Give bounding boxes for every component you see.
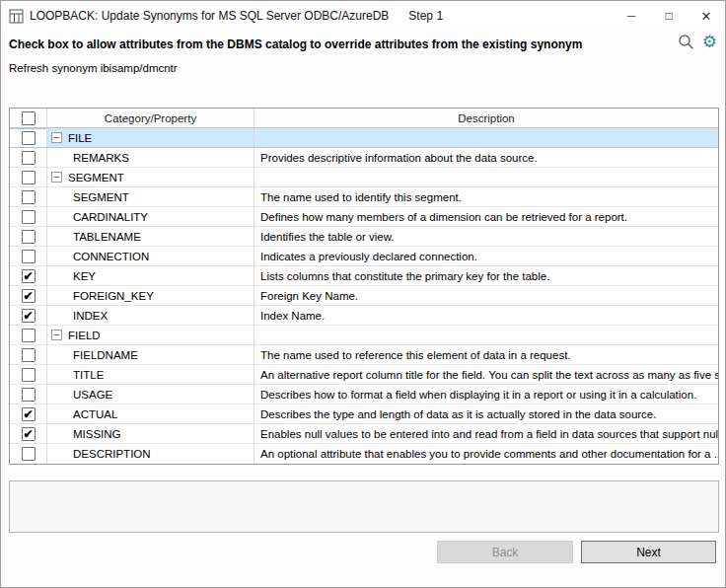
row-label: SEGMENT (68, 172, 124, 184)
row-checkbox[interactable] (22, 230, 36, 244)
checkbox-cell: ✔ (10, 266, 47, 285)
gear-icon[interactable]: ⚙ (702, 34, 717, 50)
category-cell: SEGMENT (47, 187, 254, 206)
search-icon[interactable] (678, 34, 694, 50)
back-button[interactable]: Back (437, 541, 573, 563)
select-all-checkbox[interactable] (22, 111, 36, 125)
table-row[interactable]: REMARKSProvides descriptive information … (10, 148, 718, 168)
row-description: The name used to reference this element … (260, 349, 571, 361)
description-cell: Identifies the table or view. (254, 227, 718, 246)
row-checkbox[interactable] (22, 190, 36, 204)
table-row[interactable]: ✔FOREIGN_KEYForeign Key Name. (10, 286, 718, 306)
details-panel (9, 480, 719, 533)
description-cell: Foreign Key Name. (254, 286, 718, 305)
window-step-label: Step 1 (408, 9, 443, 23)
collapse-icon[interactable]: − (51, 330, 62, 340)
checkbox-cell: ✔ (10, 286, 47, 305)
table-row[interactable]: ✔KEYLists columns that constitute the pr… (10, 266, 718, 286)
table-row[interactable]: USAGEDescribes how to format a field whe… (10, 385, 718, 404)
row-checkbox[interactable]: ✔ (22, 427, 36, 441)
collapse-icon[interactable]: − (51, 172, 62, 183)
description-cell (254, 168, 718, 186)
checkbox-cell (10, 128, 47, 147)
row-label: TITLE (73, 369, 104, 381)
table-row[interactable]: −SEGMENT (10, 168, 718, 187)
row-checkbox[interactable]: ✔ (22, 269, 36, 283)
maximize-button[interactable]: □ (650, 1, 688, 31)
row-checkbox[interactable] (22, 348, 36, 362)
row-label: DESCRIPTION (73, 448, 151, 460)
close-button[interactable]: ✕ (688, 1, 725, 31)
row-label: FIELD (68, 330, 101, 341)
table-row[interactable]: ✔ACTUALDescribes the type and length of … (10, 404, 718, 424)
description-cell: Defines how many members of a dimension … (254, 207, 718, 226)
row-description: Defines how many members of a dimension … (260, 211, 627, 223)
window-controls: ─ □ ✕ (613, 1, 725, 31)
description-cell (254, 326, 718, 344)
header-checkbox-cell (10, 109, 47, 127)
title-bar: LOOPBACK: Update Synonyms for MS SQL Ser… (1, 1, 725, 31)
row-checkbox[interactable] (22, 131, 36, 145)
row-checkbox[interactable] (22, 250, 36, 263)
row-checkbox[interactable]: ✔ (22, 289, 36, 303)
row-description: Index Name. (260, 310, 325, 322)
collapse-icon[interactable]: − (51, 132, 62, 143)
row-checkbox[interactable] (22, 368, 36, 382)
description-cell (254, 128, 718, 147)
row-checkbox[interactable] (22, 329, 36, 342)
category-cell: REMARKS (47, 148, 254, 167)
description-cell: Provides descriptive information about t… (254, 148, 718, 167)
checkbox-cell (10, 207, 47, 226)
checkbox-cell (10, 326, 47, 344)
instruction-text: Check box to allow attributes from the D… (9, 37, 670, 51)
row-checkbox[interactable] (22, 171, 36, 184)
description-cell: Describes how to format a field when dis… (254, 385, 718, 404)
category-cell: FOREIGN_KEY (47, 286, 254, 305)
table-row[interactable]: DESCRIPTIONAn optional attribute that en… (10, 444, 718, 464)
row-checkbox[interactable] (22, 388, 36, 402)
checkbox-cell (10, 148, 47, 167)
row-checkbox[interactable] (22, 447, 36, 461)
row-checkbox[interactable]: ✔ (22, 407, 36, 421)
category-cell: MISSING (47, 424, 254, 443)
table-row[interactable]: SEGMENTThe name used to identify this se… (10, 187, 718, 207)
checkbox-cell (10, 247, 47, 265)
table-row[interactable]: ✔MISSINGEnables null values to be entere… (10, 424, 718, 444)
checkbox-cell (10, 168, 47, 186)
row-description: Describes how to format a field when dis… (260, 389, 696, 401)
refresh-synonym-label: Refresh synonym ibisamp/dmcntr (9, 62, 178, 74)
description-cell: An optional attribute that enables you t… (254, 444, 718, 464)
category-cell: INDEX (47, 306, 254, 325)
table-row[interactable]: TITLEAn alternative report column title … (10, 365, 718, 385)
description-cell: Describes the type and length of data as… (254, 404, 718, 423)
checkbox-cell (10, 365, 47, 384)
checkbox-cell (10, 385, 47, 404)
row-checkbox[interactable]: ✔ (22, 309, 36, 323)
row-description: Indicates a previously declared connecti… (260, 251, 477, 262)
checkbox-cell (10, 227, 47, 246)
table-row[interactable]: CARDINALITYDefines how many members of a… (10, 207, 718, 227)
window-title: LOOPBACK: Update Synonyms for MS SQL Ser… (30, 9, 389, 23)
table-row[interactable]: −FIELD (10, 326, 718, 345)
row-label: ACTUAL (73, 408, 117, 420)
row-checkbox[interactable] (22, 151, 36, 165)
category-cell: ACTUAL (47, 404, 254, 423)
row-description: Identifies the table or view. (260, 231, 395, 243)
row-label: KEY (73, 270, 96, 282)
row-label: CONNECTION (73, 251, 149, 262)
next-button[interactable]: Next (581, 541, 716, 563)
category-cell: KEY (47, 266, 254, 285)
minimize-button[interactable]: ─ (613, 1, 650, 31)
table-row[interactable]: FIELDNAMEThe name used to reference this… (10, 345, 718, 365)
row-label: REMARKS (73, 152, 129, 164)
table-row[interactable]: TABLENAMEIdentifies the table or view. (10, 227, 718, 247)
row-checkbox[interactable] (22, 210, 36, 224)
row-description: Enables null values to be entered into a… (260, 428, 718, 440)
checkbox-cell (10, 345, 47, 364)
description-cell: Index Name. (254, 306, 718, 325)
table-row[interactable]: ✔INDEXIndex Name. (10, 306, 718, 326)
table-row[interactable]: CONNECTIONIndicates a previously declare… (10, 247, 718, 266)
table-row[interactable]: −FILE (10, 128, 718, 148)
checkbox-cell (10, 444, 47, 464)
row-label: FILE (68, 132, 92, 144)
